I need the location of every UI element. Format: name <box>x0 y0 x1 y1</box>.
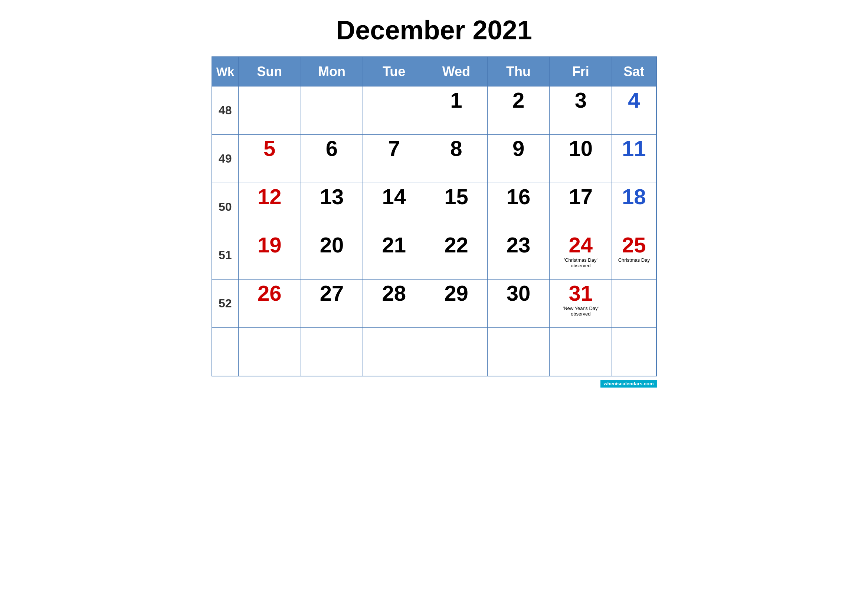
day-cell <box>238 328 301 376</box>
week-number: 50 <box>212 183 239 231</box>
day-cell: 1 <box>425 87 488 135</box>
col-header-fri: Fri <box>550 57 612 87</box>
table-row: 49567891011 <box>212 135 656 183</box>
table-row <box>212 328 656 376</box>
day-number: 16 <box>507 186 531 208</box>
day-cell: 4 <box>612 87 656 135</box>
day-number: 27 <box>320 282 344 304</box>
day-number: 4 <box>628 90 640 111</box>
day-cell <box>487 328 550 376</box>
day-cell: 12 <box>238 183 301 231</box>
day-cell: 24'Christmas Day' observed <box>550 231 612 279</box>
day-cell: 28 <box>363 279 425 328</box>
day-cell: 26 <box>238 279 301 328</box>
holiday-label: 'New Year's Day' observed <box>553 305 608 317</box>
holiday-label: Christmas Day <box>618 257 650 263</box>
day-number: 7 <box>388 138 400 159</box>
day-number: 19 <box>257 234 282 256</box>
week-number: 49 <box>212 135 239 183</box>
day-number: 23 <box>507 234 531 256</box>
day-cell <box>550 328 612 376</box>
day-number: 18 <box>622 186 646 208</box>
day-cell <box>612 279 656 328</box>
day-cell: 17 <box>550 183 612 231</box>
day-number: 12 <box>257 186 282 208</box>
day-cell: 8 <box>425 135 488 183</box>
day-cell: 19 <box>238 231 301 279</box>
day-number: 8 <box>450 138 462 159</box>
table-row: 481234 <box>212 87 656 135</box>
day-number: 29 <box>444 282 468 304</box>
week-number <box>212 328 239 376</box>
day-number: 22 <box>444 234 468 256</box>
day-cell: 22 <box>425 231 488 279</box>
week-number: 48 <box>212 87 239 135</box>
day-cell: 30 <box>487 279 550 328</box>
day-cell: 16 <box>487 183 550 231</box>
day-cell: 29 <box>425 279 488 328</box>
week-number: 51 <box>212 231 239 279</box>
day-cell <box>363 87 425 135</box>
day-number: 9 <box>513 138 524 159</box>
day-cell <box>301 328 363 376</box>
day-cell: 3 <box>550 87 612 135</box>
day-cell: 10 <box>550 135 612 183</box>
day-number: 3 <box>575 90 587 111</box>
table-row: 5012131415161718 <box>212 183 656 231</box>
day-cell: 5 <box>238 135 301 183</box>
col-header-sun: Sun <box>238 57 301 87</box>
day-cell: 11 <box>612 135 656 183</box>
col-header-wed: Wed <box>425 57 488 87</box>
footer: wheniscalendars.com <box>212 380 657 387</box>
day-number: 17 <box>569 186 593 208</box>
day-number: 5 <box>264 138 275 159</box>
day-cell: 23 <box>487 231 550 279</box>
day-cell: 18 <box>612 183 656 231</box>
day-cell: 2 <box>487 87 550 135</box>
col-header-thu: Thu <box>487 57 550 87</box>
day-cell <box>425 328 488 376</box>
day-number: 14 <box>382 186 406 208</box>
day-number: 26 <box>257 282 282 304</box>
day-cell: 6 <box>301 135 363 183</box>
day-number: 2 <box>513 90 524 111</box>
day-cell: 27 <box>301 279 363 328</box>
day-cell: 31'New Year's Day' observed <box>550 279 612 328</box>
day-number: 13 <box>320 186 344 208</box>
day-cell: 13 <box>301 183 363 231</box>
day-cell <box>612 328 656 376</box>
day-number: 25 <box>622 234 646 256</box>
table-row: 52262728293031'New Year's Day' observed <box>212 279 656 328</box>
day-number: 6 <box>326 138 338 159</box>
calendar-table: Wk Sun Mon Tue Wed Thu Fri Sat 481234495… <box>212 56 657 377</box>
day-cell <box>238 87 301 135</box>
calendar-title: December 2021 <box>212 8 657 56</box>
col-header-sat: Sat <box>612 57 656 87</box>
day-number: 1 <box>450 90 462 111</box>
header-row: Wk Sun Mon Tue Wed Thu Fri Sat <box>212 57 656 87</box>
col-header-mon: Mon <box>301 57 363 87</box>
day-number: 28 <box>382 282 406 304</box>
col-header-wk: Wk <box>212 57 239 87</box>
day-number: 11 <box>622 138 646 159</box>
footer-link: wheniscalendars.com <box>600 380 656 388</box>
day-number: 10 <box>569 138 593 159</box>
day-cell <box>301 87 363 135</box>
day-cell: 20 <box>301 231 363 279</box>
day-cell: 7 <box>363 135 425 183</box>
day-number: 20 <box>320 234 344 256</box>
day-cell: 15 <box>425 183 488 231</box>
col-header-tue: Tue <box>363 57 425 87</box>
day-cell <box>363 328 425 376</box>
holiday-label: 'Christmas Day' observed <box>553 257 608 268</box>
day-cell: 9 <box>487 135 550 183</box>
day-cell: 14 <box>363 183 425 231</box>
day-cell: 25Christmas Day <box>612 231 656 279</box>
table-row: 51192021222324'Christmas Day' observed25… <box>212 231 656 279</box>
day-number: 15 <box>444 186 468 208</box>
day-number: 24 <box>569 234 593 256</box>
day-number: 30 <box>507 282 531 304</box>
day-number: 21 <box>382 234 406 256</box>
day-cell: 21 <box>363 231 425 279</box>
day-number: 31 <box>569 282 593 304</box>
